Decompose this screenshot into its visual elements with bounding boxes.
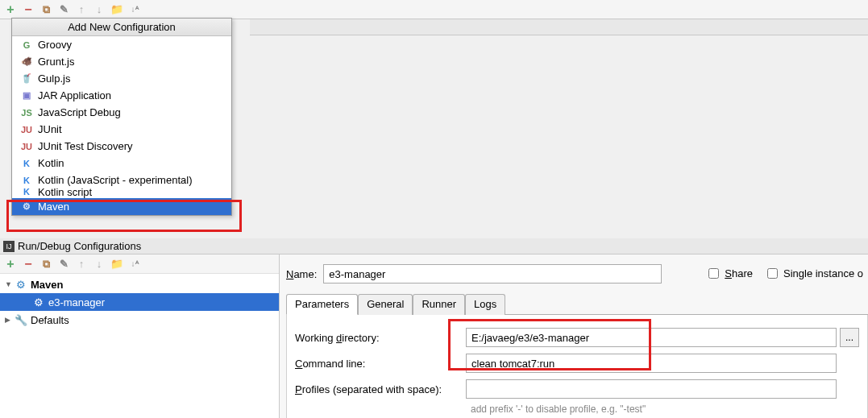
dropdown-header: Add New Configuration xyxy=(12,19,231,36)
toolbar-extension xyxy=(250,19,868,35)
sort-button-2[interactable]: ↓ᴬ xyxy=(127,257,142,271)
tree-label-child: e3-manager xyxy=(48,296,105,308)
tree-node-maven[interactable]: ▼ ⚙ Maven xyxy=(0,275,279,293)
dropdown-item-javascript-debug[interactable]: JSJavaScript Debug xyxy=(12,104,231,121)
jar-application-icon: ▣ xyxy=(20,89,33,102)
dropdown-item-label: Kotlin script xyxy=(38,188,92,198)
tab-parameters[interactable]: Parameters xyxy=(286,294,358,315)
junit-icon: JU xyxy=(20,123,33,136)
dropdown-item-label: JAR Application xyxy=(38,89,111,101)
kotlin-script-icon: K xyxy=(20,188,33,198)
ide-icon: IJ xyxy=(3,241,15,252)
maven-icon: ⚙ xyxy=(20,201,33,213)
tree-node-defaults[interactable]: ▶ 🔧 Defaults xyxy=(0,311,279,329)
gulp-js-icon: 🥤 xyxy=(20,72,33,85)
tabs: ParametersGeneralRunnerLogs xyxy=(286,293,868,315)
dropdown-item-label: Groovy xyxy=(38,39,72,51)
share-checkbox[interactable]: Share xyxy=(705,266,753,281)
junit-test-discovery-icon: JU xyxy=(20,140,33,153)
gear-icon: ⚙ xyxy=(15,278,27,291)
command-line-label: Command line: xyxy=(295,358,466,370)
dropdown-item-grunt-js[interactable]: 🐗Grunt.js xyxy=(12,53,231,70)
move-down-button[interactable]: ↓ xyxy=(92,2,106,17)
copy-button[interactable]: ⧉ xyxy=(39,2,53,17)
command-line-input[interactable] xyxy=(466,354,837,373)
config-tree-panel: + − ⧉ ✎ ↑ ↓ 📁 ↓ᴬ ▼ ⚙ Maven ⚙ e3-manager xyxy=(0,255,280,418)
parameters-tab-content: Working directory: ... Command line: Pro… xyxy=(286,315,868,418)
edit-button[interactable]: ✎ xyxy=(56,2,71,17)
tab-general[interactable]: General xyxy=(358,294,413,315)
remove-button-2[interactable]: − xyxy=(21,257,35,271)
folder-button-2[interactable]: 📁 xyxy=(110,257,124,271)
dropdown-item-kotlin-script[interactable]: KKotlin script xyxy=(12,188,231,198)
dropdown-item-junit-test-discovery[interactable]: JUJUnit Test Discovery xyxy=(12,138,231,155)
move-down-button-2[interactable]: ↓ xyxy=(92,257,106,271)
profiles-hint: add prefix '-' to disable profile, e.g. … xyxy=(471,404,859,415)
add-button[interactable]: + xyxy=(3,2,18,17)
kotlin-javascript-experimental--icon: K xyxy=(20,174,33,187)
dropdown-item-junit[interactable]: JUJUnit xyxy=(12,121,231,138)
move-up-button-2[interactable]: ↑ xyxy=(74,257,89,271)
dropdown-item-groovy[interactable]: GGroovy xyxy=(12,36,231,53)
wrench-icon: 🔧 xyxy=(15,313,27,326)
dropdown-item-label: JUnit xyxy=(38,123,62,135)
expand-icon[interactable]: ▶ xyxy=(5,316,15,324)
single-instance-checkbox[interactable]: Single instance o xyxy=(764,266,863,281)
share-checkbox-box[interactable] xyxy=(708,268,719,279)
top-toolbar: + − ⧉ ✎ ↑ ↓ 📁 ↓ᴬ xyxy=(0,0,868,19)
sort-button[interactable]: ↓ᴬ xyxy=(127,2,142,17)
dropdown-item-kotlin-javascript-experimental-[interactable]: KKotlin (JavaScript - experimental) xyxy=(12,172,231,188)
kotlin-icon: K xyxy=(20,157,33,170)
move-up-button[interactable]: ↑ xyxy=(74,2,89,17)
name-label: Name: xyxy=(286,268,317,280)
config-form: Name: Share Single instance o Parameters… xyxy=(280,255,868,418)
panel-title: Run/Debug Configurations xyxy=(18,240,141,252)
panel-title-bar: IJ Run/Debug Configurations xyxy=(0,238,868,255)
name-input[interactable] xyxy=(323,264,662,283)
tab-logs[interactable]: Logs xyxy=(465,294,505,315)
tree-node-e3-manager[interactable]: ⚙ e3-manager xyxy=(0,293,279,311)
config-tree: ▼ ⚙ Maven ⚙ e3-manager ▶ 🔧 Defaults xyxy=(0,274,279,329)
tree-label-defaults: Defaults xyxy=(31,314,69,326)
dropdown-item-label: Maven xyxy=(38,201,69,213)
working-directory-input[interactable] xyxy=(466,328,837,347)
dropdown-item-gulp-js[interactable]: 🥤Gulp.js xyxy=(12,70,231,87)
dropdown-item-label: Grunt.js xyxy=(38,56,75,68)
profiles-label: Profiles (separated with space): xyxy=(295,383,466,395)
dropdown-item-label: JavaScript Debug xyxy=(38,106,121,118)
groovy-icon: G xyxy=(20,39,33,52)
gear-icon: ⚙ xyxy=(32,296,45,308)
single-instance-box[interactable] xyxy=(767,268,778,279)
working-directory-label: Working directory: xyxy=(295,332,466,344)
dropdown-item-maven[interactable]: ⚙Maven xyxy=(12,198,231,215)
add-button-2[interactable]: + xyxy=(3,257,18,271)
javascript-debug-icon: JS xyxy=(20,106,33,119)
dropdown-item-jar-application[interactable]: ▣JAR Application xyxy=(12,87,231,104)
dropdown-item-kotlin[interactable]: KKotlin xyxy=(12,155,231,172)
dropdown-item-label: JUnit Test Discovery xyxy=(38,140,133,152)
dropdown-item-label: Gulp.js xyxy=(38,72,70,85)
left-toolbar: + − ⧉ ✎ ↑ ↓ 📁 ↓ᴬ xyxy=(0,255,279,274)
folder-button[interactable]: 📁 xyxy=(110,2,124,17)
tree-label-maven: Maven xyxy=(31,279,63,291)
dropdown-item-label: Kotlin (JavaScript - experimental) xyxy=(38,174,192,186)
add-config-dropdown: Add New Configuration GGroovy🐗Grunt.js🥤G… xyxy=(11,18,232,216)
remove-button[interactable]: − xyxy=(21,2,35,17)
tab-runner[interactable]: Runner xyxy=(413,294,465,315)
browse-button[interactable]: ... xyxy=(840,328,859,347)
dropdown-item-label: Kotlin xyxy=(38,157,64,169)
expand-icon[interactable]: ▼ xyxy=(5,280,15,288)
grunt-js-icon: 🐗 xyxy=(20,56,33,68)
edit-button-2[interactable]: ✎ xyxy=(56,257,71,271)
profiles-input[interactable] xyxy=(466,379,837,399)
copy-button-2[interactable]: ⧉ xyxy=(39,257,53,271)
